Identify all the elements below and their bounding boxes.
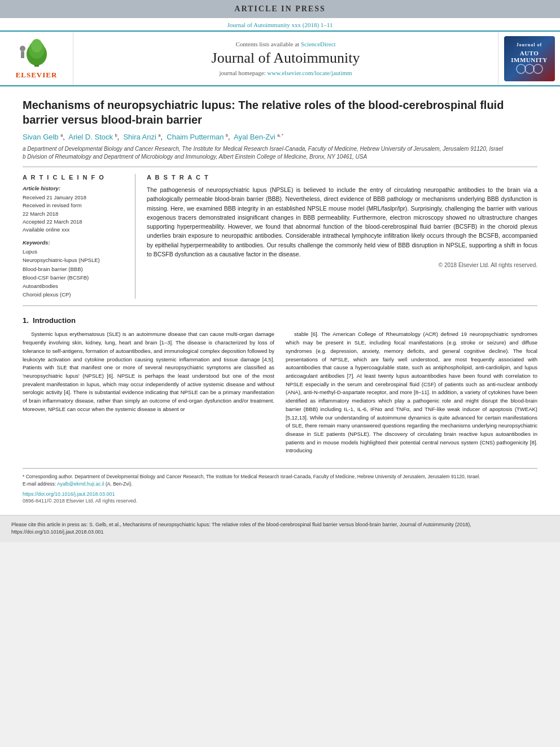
footnote-email-line: E-mail address: Ayalb@ekmd.huji.ac.il (A… <box>23 480 537 488</box>
journal-ref-text: Journal of Autoimmunity xxx (2018) 1–11 <box>228 21 333 28</box>
badge-decoration <box>515 63 544 75</box>
keywords-container: LupusNeuropsychiatric-lupus (NPSLE)Blood… <box>23 247 126 299</box>
author-ben-zvi[interactable]: Ayal Ben-Zvi <box>234 133 275 141</box>
science-direct-link[interactable]: ScienceDirect <box>301 41 336 47</box>
footnote-email-suffix: (A. Ben-Zvi). <box>106 481 133 487</box>
keyword-item: Autoantibodies <box>23 282 126 290</box>
footnote-star-text: * Corresponding author. Department of De… <box>23 473 537 480</box>
accepted-date: Accepted 22 March 2018 <box>23 218 126 226</box>
intro-para-left: Systemic lupus erythematosus (SLE) is an… <box>23 330 274 413</box>
intro-right-col: stable [6]. The American College of Rheu… <box>286 330 537 460</box>
intro-left-col: Systemic lupus erythematosus (SLE) is an… <box>23 330 274 460</box>
doi-link[interactable]: https://doi.org/10.1016/j.jaut.2018.03.0… <box>23 491 115 497</box>
article-title: Mechanisms of neuropsychiatric lupus: Th… <box>23 98 537 127</box>
keywords-label: Keywords: <box>23 239 126 246</box>
svg-point-6 <box>517 64 526 73</box>
badge-line2: AUTOIMMUNITY <box>511 50 548 63</box>
divider-after-abstract <box>23 305 537 306</box>
elsevier-tree-icon <box>14 37 59 68</box>
author-stock[interactable]: Ariel D. Stock <box>68 133 113 141</box>
article-history-label: Article history: <box>23 185 126 191</box>
introduction-section: 1. Introduction Systemic lupus erythemat… <box>23 316 537 460</box>
introduction-heading: 1. Introduction <box>23 316 537 325</box>
keyword-item: Choroid plexus (CP) <box>23 290 126 299</box>
introduction-body: Systemic lupus erythematosus (SLE) is an… <box>23 330 537 460</box>
intro-title: Introduction <box>33 316 76 325</box>
journal-center-info: Contents lists available at ScienceDirec… <box>73 32 498 85</box>
homepage-prefix: journal homepage: <box>219 69 267 76</box>
received-revised-date: 22 March 2018 <box>23 210 126 218</box>
author-gelb[interactable]: Sivan Gelb <box>23 133 59 141</box>
svg-point-7 <box>525 64 534 73</box>
science-direct-line: Contents lists available at ScienceDirec… <box>235 41 335 47</box>
elsevier-logo-area: ELSEVIER <box>0 32 73 85</box>
copyright-line: © 2018 Elsevier Ltd. All rights reserved… <box>147 262 537 268</box>
intro-number: 1. <box>23 316 29 325</box>
authors-line: Sivan Gelb a, Ariel D. Stock b, Shira An… <box>23 133 537 141</box>
article-in-press-banner: ARTICLE IN PRESS <box>0 0 560 18</box>
banner-text: ARTICLE IN PRESS <box>234 5 325 13</box>
abstract-text: The pathogenesis of neuropsychiatric lup… <box>147 185 537 259</box>
page-wrapper: ARTICLE IN PRESS Journal of Autoimmunity… <box>0 0 560 542</box>
journal-title: Journal of Autoimmunity <box>212 50 360 67</box>
keyword-item: Lupus <box>23 247 126 256</box>
journal-badge: Journal of AUTOIMMUNITY <box>504 36 555 81</box>
divider-after-affiliations <box>23 167 537 167</box>
article-info-heading: A R T I C L E I N F O <box>23 174 126 181</box>
author-anzi[interactable]: Shira Anzi <box>123 133 156 141</box>
badge-line1: Journal of <box>517 42 542 48</box>
received-date: Received 21 January 2018 <box>23 194 126 202</box>
footnote-email-link[interactable]: Ayalb@ekmd.huji.ac.il <box>57 481 104 487</box>
received-revised-label: Received in revised form <box>23 202 126 209</box>
svg-point-3 <box>31 39 42 53</box>
abstract-column: A B S T R A C T The pathogenesis of neur… <box>147 174 537 299</box>
authors-text: Sivan Gelb a, Ariel D. Stock b, Shira An… <box>23 133 283 141</box>
science-direct-prefix: Contents lists available at <box>235 41 300 47</box>
intro-left-text: Systemic lupus erythematosus (SLE) is an… <box>23 330 274 413</box>
homepage-link[interactable]: www.elsevier.com/locate/jautimm <box>267 69 352 76</box>
article-info-column: A R T I C L E I N F O Article history: R… <box>23 174 135 299</box>
svg-point-4 <box>20 46 25 51</box>
intro-para-right: stable [6]. The American College of Rheu… <box>286 330 537 455</box>
bottom-citation-text: Please cite this article in press as: S.… <box>11 522 471 535</box>
abstract-heading: A B S T R A C T <box>147 174 537 181</box>
footnote-section: * Corresponding author. Department of De… <box>23 468 537 488</box>
affiliation-a: a Department of Developmental Biology an… <box>23 146 537 152</box>
main-content: Mechanisms of neuropsychiatric lupus: Th… <box>0 86 560 515</box>
footnote-email-label: E-mail address: <box>23 481 57 487</box>
bottom-citation-bar: Please cite this article in press as: S.… <box>0 515 560 542</box>
svg-point-8 <box>533 64 542 73</box>
doi-line: https://doi.org/10.1016/j.jaut.2018.03.0… <box>23 491 537 497</box>
issn-line: 0896-8411/© 2018 Elsevier Ltd. All right… <box>23 498 537 504</box>
author-putterman[interactable]: Chaim Putterman <box>167 133 224 141</box>
homepage-line: journal homepage: www.elsevier.com/locat… <box>219 69 352 76</box>
journal-header-section: ELSEVIER Contents lists available at Sci… <box>0 32 560 86</box>
intro-right-text: stable [6]. The American College of Rheu… <box>286 330 537 455</box>
info-abstract-section: A R T I C L E I N F O Article history: R… <box>23 174 537 299</box>
auto-immunity-badge-area: Journal of AUTOIMMUNITY <box>498 32 560 85</box>
journal-reference-line: Journal of Autoimmunity xxx (2018) 1–11 <box>0 18 560 32</box>
affiliation-b: b Division of Rheumatology and Departmen… <box>23 154 537 160</box>
keyword-item: Blood-brain barrier (BBB) <box>23 265 126 273</box>
elsevier-label: ELSEVIER <box>16 71 58 80</box>
keyword-item: Neuropsychiatric-lupus (NPSLE) <box>23 256 126 264</box>
keyword-item: Blood-CSF barrier (BCSFB) <box>23 273 126 282</box>
available-online: Available online xxx <box>23 226 126 234</box>
svg-rect-5 <box>21 51 24 58</box>
